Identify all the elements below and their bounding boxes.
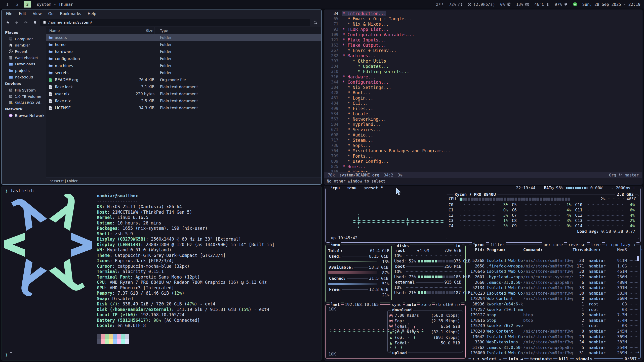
- menu-help[interactable]: Help: [88, 12, 96, 16]
- process-row[interactable]: 178294Web Content/nix/store/sm8fmrf3wps4…: [470, 296, 637, 301]
- process-row[interactable]: 51762.emacs-31.0.50-/nix/store/wnqz5pa8r…: [470, 345, 637, 350]
- file-row-home[interactable]: home Folder: [46, 41, 321, 48]
- process-row[interactable]: 176000Isolated Web Co/nix/store/sm8fmrf3…: [470, 350, 637, 356]
- process-row[interactable]: 176223Isolated Web Co/nix/store/sm8fmrf3…: [470, 291, 637, 296]
- process-row[interactable]: 176646Isolated Web Co/nix/store/sm8fmrf3…: [470, 269, 637, 274]
- net-tab-sync[interactable]: sync: [390, 302, 403, 307]
- sidebar-item-smallbox-wi-[interactable]: SMALLBOX Wi...: [2, 100, 46, 106]
- process-row[interactable]: 177257kworker/10:1-mm_ 1root0B 0.0: [470, 307, 637, 312]
- org-heading-line[interactable]: 71 * Nix & Nixos...: [324, 21, 642, 27]
- key-kill[interactable]: kill: [557, 356, 570, 360]
- up-icon[interactable]: [22, 19, 30, 26]
- sidebar-item-projects[interactable]: projects: [2, 67, 46, 74]
- file-row-hardware[interactable]: hardware Folder: [46, 48, 321, 55]
- disks-title[interactable]: disks: [395, 243, 410, 248]
- org-heading-line[interactable]: 304 * Updates...: [324, 64, 642, 69]
- process-row[interactable]: 178616btopbtop 2nambiar7.4M 0.0: [470, 318, 637, 323]
- process-row[interactable]: 13642Isolated Web Co/nix/store/sm8fmrf3w…: [470, 334, 637, 339]
- workspace-2[interactable]: 2: [14, 1, 21, 8]
- io-title[interactable]: io: [454, 243, 462, 248]
- workspace-1[interactable]: 1: [4, 1, 11, 8]
- org-heading-line[interactable]: 855 * Waubar...: [324, 169, 642, 172]
- tab-preset[interactable]: preset *: [362, 186, 384, 190]
- menu-go[interactable]: Go: [48, 12, 54, 16]
- sidebar-item-downloads[interactable]: Downloads: [2, 61, 46, 67]
- cpu-module[interactable]: 0%: [500, 2, 511, 7]
- sidebar-item-wastebasket[interactable]: Wastebasket: [2, 55, 46, 61]
- org-heading-line[interactable]: 499 * Files...: [324, 106, 642, 111]
- process-row[interactable]: 2658.firefox-wrappe/nix/store/sm8fmrf3wp…: [470, 263, 637, 269]
- process-row[interactable]: 3390WebExtensions/nix/store/sm8fmrf3wps4…: [470, 339, 637, 345]
- tab-mem[interactable]: 2mem: [330, 242, 341, 247]
- terminal-content[interactable]: ❯ fastfetch λλλλλλ nambiar@smallbox-----…: [2, 186, 321, 360]
- tab-cpu[interactable]: 1cpu: [330, 186, 341, 190]
- proc-option-tree[interactable]: tree: [590, 242, 602, 247]
- proc-option-reverse[interactable]: reverse: [567, 242, 586, 247]
- org-heading-line[interactable]: 825 * Home...: [324, 164, 642, 169]
- memory-module[interactable]: 13%: [516, 2, 529, 7]
- process-row[interactable]: 38936kworker/u64:6-kc 1root0B 0.0: [470, 301, 637, 307]
- org-heading-line[interactable]: 698 * Audio...: [324, 132, 642, 138]
- org-heading-line[interactable]: 303 * Other Utils: [324, 58, 642, 64]
- process-row[interactable]: 178248Web Content/nix/store/sm8fmrf3wps4…: [470, 329, 637, 334]
- path-bar[interactable]: /home/nambiar/system/: [40, 19, 310, 26]
- menu-bookmarks[interactable]: Bookmarks: [60, 12, 81, 16]
- org-heading-line[interactable]: 584 * Hyprland...: [324, 122, 642, 127]
- file-list-header[interactable]: Name Size Type: [46, 27, 321, 34]
- key-select[interactable]: ↑ ↑ select ↓: [471, 356, 503, 360]
- sidebar-item-browse-network[interactable]: Browse Network: [2, 112, 46, 119]
- process-row[interactable]: 175749kworker/6:2-even 1root0B 0.0: [470, 323, 637, 329]
- tray-ok-icon[interactable]: [573, 2, 577, 7]
- org-heading-line[interactable]: 736 * Sops...: [324, 143, 642, 148]
- sidebar-item-nextcloud[interactable]: nextcloud: [2, 74, 46, 80]
- file-row-configuration[interactable]: configuration Folder: [46, 55, 321, 62]
- org-heading-line[interactable]: 563 * Networking...: [324, 116, 642, 122]
- file-row-flake.nix[interactable]: flake.nix 2,5 KiB Plain text document: [46, 98, 321, 105]
- menu-file[interactable]: File: [6, 12, 12, 16]
- file-row-assets[interactable]: assets Folder: [46, 34, 321, 41]
- process-row[interactable]: 179127btopbtop 2nambiar7.3M 0.0: [470, 312, 637, 318]
- menu-edit[interactable]: Edit: [19, 12, 26, 16]
- process-row[interactable]: 52368Isolated Web Co/nix/store/sm8fmrf3w…: [470, 258, 637, 263]
- workspace-3[interactable]: 3: [24, 1, 31, 8]
- key-info[interactable]: info ↵: [507, 356, 524, 360]
- file-row-machines[interactable]: machines Folder: [46, 62, 321, 69]
- battery-module[interactable]: 97%: [555, 2, 568, 7]
- org-heading-line[interactable]: 93 * TLDR App List...: [324, 27, 642, 32]
- org-heading-line[interactable]: 534 * Locale...: [324, 111, 642, 116]
- back-icon[interactable]: [4, 19, 12, 26]
- process-row[interactable]: 2660.emacs-31.0.50-/nix/store/wnqz5pa8ra…: [470, 280, 637, 285]
- org-heading-line[interactable]: 267 * Envrc + Direnv...: [324, 48, 642, 53]
- org-heading-line[interactable]: 34 * Introduction...: [324, 11, 642, 16]
- org-heading-line[interactable]: 282 * Machines...: [324, 53, 642, 58]
- tab-net[interactable]: 3net: [330, 302, 341, 307]
- idle-inhibitor[interactable]: zᶻᶻ: [436, 2, 444, 7]
- tab-proc[interactable]: 4proc: [472, 242, 486, 247]
- sidebar-item-file-system[interactable]: File System: [2, 87, 46, 93]
- proc-scrollbar[interactable]: [637, 256, 639, 261]
- org-heading-line[interactable]: 384 * Nix Settings...: [324, 85, 642, 90]
- file-row-LICENSE[interactable]: LICENSE 34,3 KiB Plain text document: [46, 105, 321, 112]
- key-terminate[interactable]: terminate: [529, 356, 553, 360]
- proc-filter[interactable]: filter: [489, 242, 506, 247]
- net-tab-auto[interactable]: auto: [405, 302, 418, 307]
- temperature-module[interactable]: 46°C: [534, 2, 550, 7]
- org-heading-line[interactable]: 809 * User Config...: [324, 159, 642, 164]
- org-heading-line[interactable]: 799 * Fonts...: [324, 153, 642, 159]
- shell-prompt[interactable]: ❯: [5, 352, 12, 357]
- sidebar-item-recent[interactable]: Recent: [2, 48, 46, 55]
- process-row[interactable]: 2601.Hyprland-wrapp/run/current-system/s…: [470, 274, 637, 280]
- home-toolbar-icon[interactable]: [31, 19, 39, 26]
- network-module[interactable]: (2.9kb/s): [467, 2, 495, 7]
- process-row[interactable]: 52134Isolated Web Co/nix/store/sm8fmrf3w…: [470, 285, 637, 291]
- org-heading-line[interactable]: 428 * Boot...: [324, 90, 642, 95]
- search-icon[interactable]: [311, 19, 319, 26]
- sidebar-item-nambiar[interactable]: nambiar: [2, 42, 46, 48]
- org-heading-line[interactable]: 764 * Miscellaneous Packages and Program…: [324, 148, 642, 153]
- clock[interactable]: Sun, 28 Sep 2025 - 22:19: [582, 2, 640, 7]
- forward-icon[interactable]: [13, 19, 21, 26]
- sidebar-item-computer[interactable]: Computer: [2, 36, 46, 42]
- net-interface[interactable]: ←b eth0 n→: [435, 302, 461, 307]
- proc-option-percore[interactable]: per-core: [542, 242, 564, 247]
- file-row-README.org[interactable]: README.org 76,4 KiB Org-mode file: [46, 76, 321, 83]
